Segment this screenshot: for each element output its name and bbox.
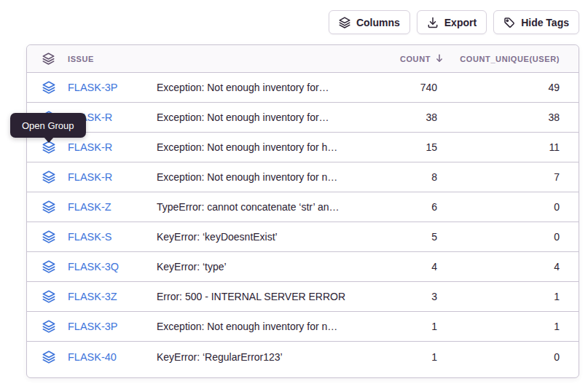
stack-icon: [27, 52, 68, 65]
issue-link[interactable]: FLASK-3Q: [68, 261, 157, 273]
open-group-icon[interactable]: [27, 170, 68, 184]
count-value: 8: [350, 171, 444, 183]
arrow-down-icon: [434, 53, 444, 65]
stack-icon: [339, 17, 350, 28]
table-header: ISSUE COUNT COUNT_UNIQUE(USER): [27, 45, 579, 73]
open-group-icon[interactable]: [27, 290, 68, 303]
count-unique-value: 1: [444, 291, 579, 302]
issue-message: Exception: Not enough inventory for n…: [157, 321, 350, 332]
issue-link[interactable]: FLASK-S: [68, 231, 157, 243]
open-group-tooltip-label: Open Group: [22, 120, 74, 131]
table-row[interactable]: FLASK-3Q KeyError: ‘type’ 4 4: [27, 252, 579, 282]
count-unique-value: 7: [444, 171, 579, 183]
column-header-count-unique[interactable]: COUNT_UNIQUE(USER): [444, 55, 579, 63]
issues-table: ISSUE COUNT COUNT_UNIQUE(USER) FLASK-3P …: [26, 44, 579, 378]
issue-message: Exception: Not enough inventory for h…: [157, 141, 350, 153]
issue-link[interactable]: FLASK-R: [68, 171, 157, 183]
issue-message: KeyError: ‘keyDoesntExist’: [157, 231, 350, 243]
issue-message: KeyError: ‘type’: [157, 261, 350, 273]
table-row[interactable]: FLASK-R Exception: Not enough inventory …: [27, 162, 579, 192]
table-row[interactable]: FLASK-Z TypeError: cannot concatenate ‘s…: [27, 192, 579, 222]
column-header-issue[interactable]: ISSUE: [68, 55, 157, 63]
issue-link[interactable]: FLASK-3P: [68, 82, 157, 93]
hide-tags-button[interactable]: Hide Tags: [493, 10, 579, 34]
count-value: 4: [350, 261, 444, 273]
count-unique-value: 11: [444, 141, 579, 153]
issue-message: Exception: Not enough inventory for…: [157, 82, 350, 93]
count-value: 15: [350, 141, 444, 153]
column-header-count[interactable]: COUNT: [350, 53, 444, 65]
issue-link[interactable]: FLASK-Z: [68, 201, 157, 213]
columns-button[interactable]: Columns: [329, 10, 410, 34]
count-value: 38: [350, 111, 444, 123]
issue-message: TypeError: cannot concatenate ‘str’ an…: [157, 201, 350, 213]
table-row[interactable]: FLASK-S KeyError: ‘keyDoesntExist’ 5 0: [27, 222, 579, 252]
count-value: 740: [350, 82, 444, 93]
count-value: 3: [350, 291, 444, 302]
count-value: 5: [350, 231, 444, 243]
open-group-tooltip: Open Group: [10, 113, 86, 138]
table-row[interactable]: FLASK-3P Exception: Not enough inventory…: [27, 312, 579, 342]
count-unique-value: 0: [444, 201, 579, 213]
tag-icon: [503, 17, 515, 28]
count-unique-value: 4: [444, 261, 579, 273]
table-body: FLASK-3P Exception: Not enough inventory…: [27, 73, 579, 372]
count-unique-value: 0: [444, 231, 579, 243]
issue-link[interactable]: FLASK-40: [68, 351, 157, 363]
count-value: 6: [350, 201, 444, 213]
table-row[interactable]: FLASK-3Z Error: 500 - INTERNAL SERVER ER…: [27, 282, 579, 312]
table-row[interactable]: FLASK-3P Exception: Not enough inventory…: [27, 73, 579, 103]
toolbar: Columns Export Hide Tags: [26, 10, 579, 34]
table-row[interactable]: FLASK-R Exception: Not enough inventory …: [27, 133, 579, 162]
issue-message: Error: 500 - INTERNAL SERVER ERROR: [157, 291, 350, 302]
issue-link[interactable]: FLASK-3Z: [68, 291, 157, 302]
open-group-icon[interactable]: [27, 81, 68, 94]
issue-link[interactable]: FLASK-3P: [68, 321, 157, 332]
count-unique-value: 0: [444, 351, 579, 363]
download-icon: [427, 17, 439, 28]
open-group-icon[interactable]: [27, 320, 68, 333]
table-row[interactable]: FLASK-40 KeyError: ‘RegularError123’ 1 0: [27, 342, 579, 372]
count-value: 1: [350, 321, 444, 332]
export-button-label: Export: [444, 17, 477, 28]
issue-message: KeyError: ‘RegularError123’: [157, 351, 350, 363]
export-button[interactable]: Export: [417, 10, 487, 34]
open-group-icon[interactable]: [27, 230, 68, 243]
count-unique-value: 38: [444, 111, 579, 123]
count-unique-value: 49: [444, 82, 579, 93]
count-value: 1: [350, 351, 444, 363]
issue-link[interactable]: FLASK-R: [68, 141, 157, 153]
table-row[interactable]: FLASK-R Exception: Not enough inventory …: [27, 103, 579, 133]
open-group-icon[interactable]: [27, 200, 68, 213]
columns-button-label: Columns: [356, 17, 400, 28]
issue-message: Exception: Not enough inventory for n…: [157, 171, 350, 183]
hide-tags-button-label: Hide Tags: [521, 17, 569, 28]
open-group-icon[interactable]: [27, 260, 68, 273]
count-unique-value: 1: [444, 321, 579, 332]
issue-message: Exception: Not enough inventory for…: [157, 111, 350, 123]
open-group-icon[interactable]: [27, 350, 68, 364]
